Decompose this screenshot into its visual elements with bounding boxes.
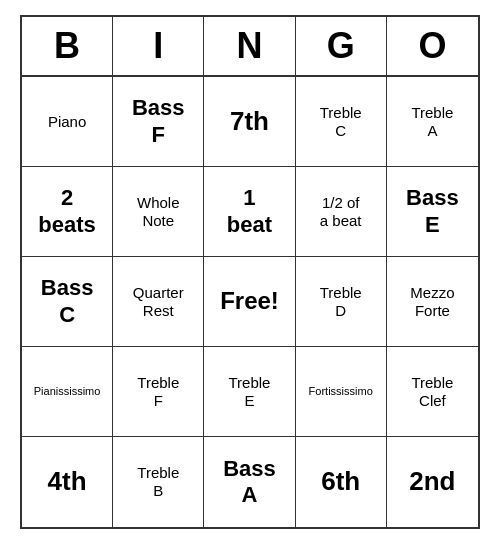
cell-text-7: 1 beat <box>227 185 272 238</box>
bingo-cell-19: Treble Clef <box>387 347 478 437</box>
cell-text-9: Bass E <box>406 185 459 238</box>
bingo-cell-1: Bass F <box>113 77 204 167</box>
cell-text-3: Treble C <box>320 104 362 140</box>
bingo-cell-21: Treble B <box>113 437 204 527</box>
header-letter-n: N <box>204 17 295 75</box>
bingo-cell-9: Bass E <box>387 167 478 257</box>
bingo-cell-11: Quarter Rest <box>113 257 204 347</box>
cell-text-6: Whole Note <box>137 194 180 230</box>
cell-text-14: Mezzo Forte <box>410 284 454 320</box>
cell-text-10: Bass C <box>41 275 94 328</box>
cell-text-0: Piano <box>48 113 86 131</box>
cell-text-5: 2 beats <box>38 185 95 238</box>
cell-text-13: Treble D <box>320 284 362 320</box>
bingo-cell-13: Treble D <box>296 257 387 347</box>
cell-text-11: Quarter Rest <box>133 284 184 320</box>
bingo-header: BINGO <box>22 17 478 77</box>
cell-text-12: Free! <box>220 287 279 316</box>
bingo-cell-17: Treble E <box>204 347 295 437</box>
bingo-cell-5: 2 beats <box>22 167 113 257</box>
bingo-cell-15: Pianississimo <box>22 347 113 437</box>
bingo-cell-4: Treble A <box>387 77 478 167</box>
bingo-cell-6: Whole Note <box>113 167 204 257</box>
cell-text-17: Treble E <box>229 374 271 410</box>
bingo-cell-20: 4th <box>22 437 113 527</box>
header-letter-o: O <box>387 17 478 75</box>
header-letter-g: G <box>296 17 387 75</box>
bingo-cell-12: Free! <box>204 257 295 347</box>
bingo-cell-14: Mezzo Forte <box>387 257 478 347</box>
cell-text-23: 6th <box>321 466 360 497</box>
header-letter-i: I <box>113 17 204 75</box>
cell-text-18: Fortississimo <box>309 385 373 398</box>
bingo-cell-22: Bass A <box>204 437 295 527</box>
bingo-card: BINGO PianoBass F7thTreble CTreble A2 be… <box>20 15 480 529</box>
cell-text-16: Treble F <box>137 374 179 410</box>
cell-text-24: 2nd <box>409 466 455 497</box>
bingo-cell-18: Fortississimo <box>296 347 387 437</box>
bingo-cell-3: Treble C <box>296 77 387 167</box>
cell-text-8: 1/2 of a beat <box>320 194 362 230</box>
cell-text-19: Treble Clef <box>411 374 453 410</box>
cell-text-15: Pianississimo <box>34 385 101 398</box>
bingo-cell-7: 1 beat <box>204 167 295 257</box>
header-letter-b: B <box>22 17 113 75</box>
cell-text-1: Bass F <box>132 95 185 148</box>
bingo-cell-10: Bass C <box>22 257 113 347</box>
cell-text-20: 4th <box>48 466 87 497</box>
cell-text-4: Treble A <box>411 104 453 140</box>
bingo-cell-23: 6th <box>296 437 387 527</box>
bingo-cell-8: 1/2 of a beat <box>296 167 387 257</box>
bingo-cell-16: Treble F <box>113 347 204 437</box>
bingo-cell-2: 7th <box>204 77 295 167</box>
cell-text-21: Treble B <box>137 464 179 500</box>
bingo-cell-0: Piano <box>22 77 113 167</box>
bingo-grid: PianoBass F7thTreble CTreble A2 beatsWho… <box>22 77 478 527</box>
bingo-cell-24: 2nd <box>387 437 478 527</box>
cell-text-22: Bass A <box>223 456 276 509</box>
cell-text-2: 7th <box>230 106 269 137</box>
